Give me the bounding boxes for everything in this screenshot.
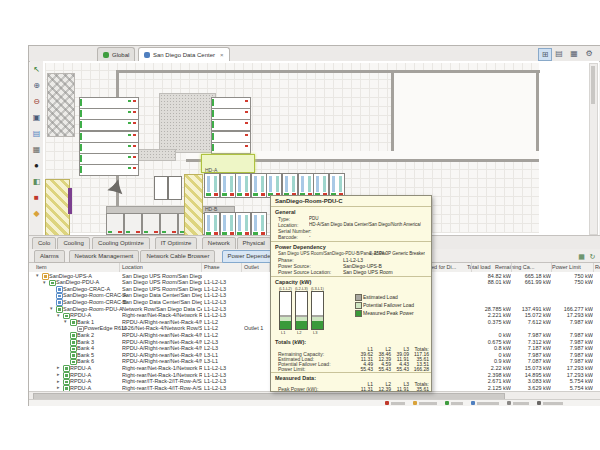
floor-unit[interactable] bbox=[168, 176, 182, 200]
remaining-capacity-cell: 3.083 kW bbox=[513, 378, 551, 384]
tree-expander-icon[interactable]: ▾ bbox=[64, 318, 67, 324]
warning-tool-icon[interactable]: ◆ bbox=[31, 208, 42, 219]
editor-tab-global[interactable]: Global bbox=[97, 47, 135, 61]
cabinet-row-item[interactable] bbox=[211, 131, 251, 143]
column-header-8[interactable]: Re... bbox=[595, 264, 600, 270]
tree-expander-icon[interactable]: ▸ bbox=[57, 371, 60, 377]
hd-b-rack-unit[interactable] bbox=[220, 212, 236, 235]
fast-view-icon[interactable]: ▤ bbox=[553, 48, 565, 59]
column-header-6[interactable]: Remaining Ca... bbox=[495, 264, 534, 270]
phase-cell: L1-L2-L3 bbox=[204, 286, 240, 292]
column-header-7[interactable]: Power Limit bbox=[552, 264, 581, 270]
panel-tab-alarms[interactable]: Alarms bbox=[34, 250, 65, 263]
divider bbox=[271, 372, 431, 373]
tree-expander-icon[interactable]: ▸ bbox=[57, 384, 60, 390]
alarm-tool-icon[interactable]: ■ bbox=[31, 192, 42, 203]
perforated-tiles bbox=[159, 93, 216, 153]
rack-ok-chip bbox=[212, 121, 214, 128]
rack-ok-chip bbox=[80, 144, 82, 151]
icon-fill bbox=[65, 387, 68, 390]
hd-b-rack-unit[interactable] bbox=[235, 212, 251, 235]
hd-a-rack-unit[interactable] bbox=[251, 173, 267, 198]
perspective-icon[interactable]: ⊞ bbox=[538, 48, 552, 61]
cabinet-row-item[interactable] bbox=[79, 153, 139, 165]
measured-value: 11.91 bbox=[393, 386, 409, 392]
print-tool-icon[interactable]: ▤ bbox=[31, 128, 42, 139]
rack-ok-chip bbox=[108, 231, 112, 233]
location-cell: RPDU-A/Right-rear/Net-Rack-4/N... bbox=[122, 358, 202, 364]
close-icon[interactable]: × bbox=[220, 52, 224, 58]
icon-fill bbox=[72, 341, 75, 344]
settings-icon[interactable]: ⚙ bbox=[583, 48, 595, 59]
fit-view-tool-icon[interactable]: ▣ bbox=[31, 112, 42, 123]
panel-tab-network-cable-browser[interactable]: Network Cable Browser bbox=[140, 250, 215, 263]
canvas-vertical-scrollbar[interactable] bbox=[589, 63, 598, 235]
rack-ok-chip bbox=[212, 110, 214, 117]
cabinet-row-item[interactable] bbox=[211, 142, 251, 154]
cabinet-row-item[interactable] bbox=[211, 97, 251, 109]
location-cell: RPDU-A/Right-rear/Net-Rack-4/N... bbox=[122, 332, 202, 338]
hd-a-rack-unit[interactable] bbox=[235, 173, 251, 198]
remaining-capacity-cell: 15.073 kW bbox=[513, 365, 551, 371]
cabinet-row-item[interactable] bbox=[79, 119, 139, 131]
tree-expander-icon[interactable]: ▸ bbox=[57, 364, 60, 370]
panels-tool-icon[interactable]: ▦ bbox=[31, 144, 42, 155]
cabinet-row-item[interactable] bbox=[211, 119, 251, 131]
column-header-1[interactable]: Location bbox=[122, 264, 143, 270]
column-header-3[interactable]: Outlet bbox=[244, 264, 259, 270]
layout-icon[interactable]: ▦ bbox=[568, 48, 580, 59]
hd-a-rack-unit[interactable] bbox=[204, 173, 220, 198]
power-limit-cell: 7.987 kW bbox=[555, 345, 593, 351]
scrollbar-thumb[interactable] bbox=[591, 66, 595, 104]
zoom-in-tool-icon[interactable]: ⊕ bbox=[31, 80, 42, 91]
tree-expander-icon[interactable]: ▾ bbox=[50, 305, 53, 311]
layers-tool-icon[interactable]: ◧ bbox=[31, 176, 42, 187]
power-limit-cell: 5.754 kW bbox=[555, 385, 593, 391]
potential-failover-load-swatch bbox=[355, 302, 362, 309]
cabinet-unit[interactable] bbox=[124, 213, 142, 235]
column-separator bbox=[593, 263, 594, 272]
tree-expander-icon[interactable]: ▾ bbox=[36, 272, 39, 278]
cabinet-row-item[interactable] bbox=[79, 108, 139, 120]
refresh-icon[interactable]: ↻ bbox=[588, 252, 597, 261]
icon-fill bbox=[65, 381, 68, 384]
zoom-out-tool-icon[interactable]: ⊖ bbox=[31, 96, 42, 107]
cabinet-row-item[interactable] bbox=[79, 131, 139, 143]
column-header-0[interactable]: Item bbox=[36, 264, 47, 270]
cabinet-unit[interactable] bbox=[160, 213, 178, 235]
location-cell: Right-rear/Net-Rack-4/Network R... bbox=[122, 312, 202, 318]
floor-unit[interactable] bbox=[154, 176, 168, 200]
item-cell: SanDiego-UPS-A bbox=[49, 273, 130, 279]
rack-alarm-chip bbox=[133, 134, 136, 136]
cabinet-row-item[interactable] bbox=[211, 108, 251, 120]
record-tool-icon[interactable]: ● bbox=[31, 160, 42, 171]
legend-label: Potential Failover Load bbox=[363, 302, 414, 308]
tree-expander-icon[interactable]: ▸ bbox=[57, 378, 60, 384]
cabinet-row-item[interactable] bbox=[79, 164, 139, 176]
table-view-icon[interactable]: ▦ bbox=[577, 252, 586, 261]
remaining-capacity-cell: 137.491 kW bbox=[513, 306, 551, 312]
panel-tab-network-management[interactable]: Network Management bbox=[69, 250, 140, 263]
warning-status-group bbox=[413, 401, 437, 405]
column-header-2[interactable]: Phase bbox=[204, 264, 220, 270]
cabinet-row-item[interactable] bbox=[79, 97, 139, 109]
tree-expander-icon[interactable]: ▾ bbox=[43, 279, 46, 285]
hd-b-rack-unit[interactable] bbox=[204, 212, 220, 235]
stripe bbox=[245, 215, 248, 231]
cabinet-unit[interactable] bbox=[106, 213, 124, 235]
column-header-4[interactable]: ed for Di... bbox=[431, 264, 456, 270]
select-tool-icon[interactable]: ↖ bbox=[31, 64, 42, 75]
tree-expander-icon[interactable]: ▾ bbox=[57, 312, 60, 318]
hd-b-rack-unit[interactable] bbox=[251, 212, 267, 235]
location-cell: U-26/Net-Rack-4/Network Row/Sa... bbox=[122, 325, 202, 331]
item-cell: RPDU-A bbox=[70, 378, 130, 384]
editor-tab-san-diego-data-center[interactable]: San Diego Data Center× bbox=[138, 47, 230, 61]
perforated-tiles bbox=[136, 149, 176, 161]
rack-ok-chip bbox=[212, 99, 214, 106]
cabinet-row-item[interactable] bbox=[79, 142, 139, 154]
hd-a-rack-unit[interactable] bbox=[220, 173, 236, 198]
rack-alarm-chip bbox=[245, 134, 248, 136]
total-load-cell: 2.221 kW bbox=[473, 312, 511, 318]
cabinet-unit[interactable] bbox=[142, 213, 160, 235]
table-horizontal-scrollbar[interactable] bbox=[29, 391, 600, 399]
